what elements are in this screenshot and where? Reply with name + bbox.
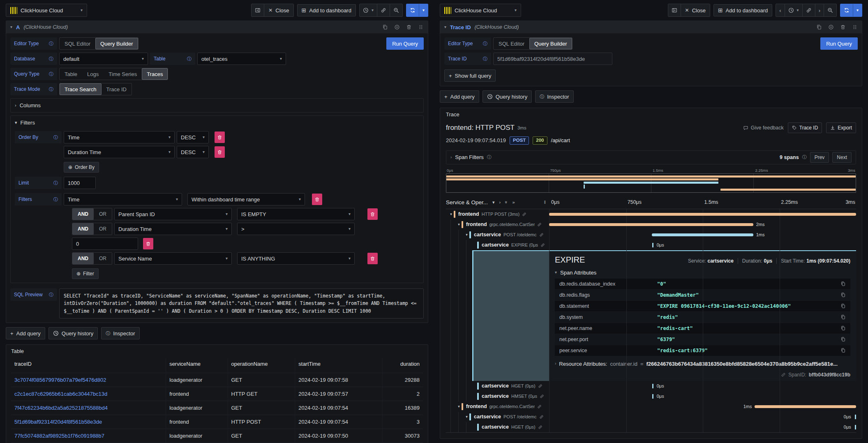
inspector-button[interactable]: ⓘInspector xyxy=(101,327,139,339)
remove-filter-button[interactable] xyxy=(367,253,378,264)
toggle-visibility-icon[interactable] xyxy=(394,24,400,30)
filter-operator-select[interactable]: >▾ xyxy=(237,223,355,235)
collapse-span-icon[interactable]: ▾ xyxy=(464,415,469,419)
duplicate-query-icon[interactable] xyxy=(382,24,388,30)
shift-time-forward-button[interactable]: › xyxy=(815,4,824,16)
span-duration-bar[interactable] xyxy=(549,213,856,216)
column-header-operationName[interactable]: operationName xyxy=(228,358,295,373)
span-name-cell[interactable]: ▾frontendgrpc.oteldemo.CartSer xyxy=(446,219,549,230)
span-tick-mark[interactable] xyxy=(652,384,653,388)
close-pane-button[interactable]: ✕Close xyxy=(681,4,710,16)
run-query-button[interactable]: Run Query xyxy=(386,37,424,50)
datasource-picker[interactable]: ClickHouse Cloud ▾ xyxy=(6,4,87,17)
span-name-cell[interactable]: ▾cartservicePOST /oteldemc xyxy=(446,230,549,240)
collapse-all-icon[interactable]: » xyxy=(504,201,509,203)
move-pane-button[interactable] xyxy=(252,4,264,16)
order-by-direction-select[interactable]: DESC▾ xyxy=(177,131,209,143)
add-query-button[interactable]: +Add query xyxy=(440,90,479,103)
bool-or[interactable]: OR xyxy=(94,253,112,264)
span-link-icon[interactable] xyxy=(538,384,542,388)
trace-id-button[interactable]: Trace ID xyxy=(788,122,822,133)
remove-order-by-button[interactable] xyxy=(215,132,225,143)
add-filter-button[interactable]: ⊕Filter xyxy=(72,268,99,279)
filter-value-input[interactable] xyxy=(72,238,138,250)
span-track[interactable]: 0μs xyxy=(549,391,856,401)
refresh-interval-button[interactable]: ▾ xyxy=(853,4,862,16)
filter-operator-select[interactable]: IS EMPTY▾ xyxy=(237,208,355,220)
service-operation-column-header[interactable]: Service & Oper... xyxy=(446,199,488,205)
collapse-query-icon[interactable]: ▾ xyxy=(444,25,446,29)
add-order-by-button[interactable]: ⊕Order By xyxy=(64,162,99,173)
order-by-field-select[interactable]: Time▾ xyxy=(64,131,175,143)
delete-query-icon[interactable] xyxy=(406,24,412,30)
span-link-icon[interactable] xyxy=(540,243,545,247)
filter-operator-select[interactable]: Within dashboard time range▾ xyxy=(187,193,305,205)
span-track[interactable]: 0μs xyxy=(549,381,856,391)
span-track[interactable]: 1ms xyxy=(549,230,856,240)
query-history-button[interactable]: Query history xyxy=(482,90,532,103)
delete-query-icon[interactable] xyxy=(840,24,846,30)
editor-type-query-builder[interactable]: Query Builder xyxy=(529,38,572,49)
add-to-dashboard-button[interactable]: ⊞Add to dashboard xyxy=(297,4,356,16)
inspector-button[interactable]: ⓘInspector xyxy=(535,90,573,103)
toggle-visibility-icon[interactable] xyxy=(828,24,834,30)
shift-time-back-button[interactable]: ‹ xyxy=(776,4,784,16)
drag-handle-icon[interactable] xyxy=(418,24,424,30)
refresh-interval-button[interactable]: ▾ xyxy=(419,4,428,16)
order-by-direction-select[interactable]: DESC▾ xyxy=(177,146,209,158)
bool-or[interactable]: OR xyxy=(94,208,112,220)
span-track[interactable]: 0μs xyxy=(549,412,856,422)
order-by-field-select[interactable]: Duration Time▾ xyxy=(64,146,175,158)
give-feedback-button[interactable]: Give feedback xyxy=(743,125,784,131)
span-link-icon[interactable] xyxy=(522,212,526,217)
editor-type-sql-editor[interactable]: SQL Editor xyxy=(60,38,95,49)
run-refresh-button[interactable] xyxy=(406,4,419,16)
span-name-cell[interactable]: ▾cartservicePOST /oteldemc xyxy=(446,412,549,422)
collapse-query-icon[interactable]: ▾ xyxy=(10,25,12,29)
run-query-button[interactable]: Run Query xyxy=(820,37,858,50)
share-link-button[interactable] xyxy=(377,4,390,16)
minimap-viewport[interactable] xyxy=(446,173,856,193)
trace-id-link[interactable]: 3c7074f085679976b07a79ef5476d802 xyxy=(11,373,166,387)
column-header-traceID[interactable]: traceID xyxy=(11,358,166,373)
trace-id-link[interactable]: c2c1ec87c62965b61cab6c30447bc13d xyxy=(11,387,166,401)
remove-filter-button[interactable] xyxy=(367,208,378,220)
span-duration-bar[interactable] xyxy=(549,223,753,226)
column-header-duration[interactable]: duration xyxy=(383,358,423,373)
collapse-span-icon[interactable]: ▾ xyxy=(456,404,462,408)
filter-field-select[interactable]: Service Name▾ xyxy=(114,252,232,265)
span-link-icon[interactable] xyxy=(537,404,542,409)
columns-section-header[interactable]: ›Columns xyxy=(15,102,419,108)
filter-field-select[interactable]: Duration Time▾ xyxy=(114,223,232,235)
add-query-button[interactable]: +Add query xyxy=(6,327,45,339)
zoom-out-button[interactable] xyxy=(824,4,836,16)
span-track[interactable]: 2ms xyxy=(549,219,856,230)
span-name-cell[interactable]: ▾frontendHTTP POST (3ms) xyxy=(446,209,549,219)
span-name-cell[interactable]: cartserviceHMSET (0μs xyxy=(446,391,549,401)
filters-section-header[interactable]: ▾Filters xyxy=(15,120,419,126)
duplicate-query-icon[interactable] xyxy=(816,24,822,30)
trace-id-link[interactable]: 7f47c62234b6bd2a5a62521875588bd4 xyxy=(11,401,166,415)
trace-id-link[interactable]: 77fc5074882af98925b1f76c091988b7 xyxy=(11,429,166,443)
span-link-icon[interactable] xyxy=(538,425,542,429)
span-name-cell[interactable]: cartserviceEXPIRE (0μs xyxy=(446,240,549,250)
query-type-time-series[interactable]: Time Series xyxy=(104,68,142,80)
remove-order-by-button[interactable] xyxy=(215,146,225,158)
filter-field-select[interactable]: Time▾ xyxy=(64,193,182,205)
query-type-traces[interactable]: Traces xyxy=(142,68,168,80)
span-duration-bar[interactable] xyxy=(652,233,753,236)
share-link-button[interactable] xyxy=(802,4,815,16)
drag-handle-icon[interactable] xyxy=(852,24,858,30)
database-select[interactable]: default▾ xyxy=(59,53,148,65)
run-refresh-button[interactable] xyxy=(840,4,853,16)
datasource-picker[interactable]: ClickHouse Cloud ▾ xyxy=(440,4,521,17)
bool-and[interactable]: AND xyxy=(72,223,94,235)
span-tick-mark[interactable] xyxy=(855,415,856,419)
span-track[interactable]: 1ms xyxy=(549,401,856,412)
span-name-cell[interactable]: ▾frontendgrpc.oteldemo.CartSer xyxy=(446,401,549,412)
time-range-button[interactable]: ▾ xyxy=(785,4,802,16)
close-pane-button[interactable]: ✕Close xyxy=(264,4,293,16)
span-tick-mark[interactable] xyxy=(652,394,653,399)
span-link-icon[interactable] xyxy=(537,222,542,227)
limit-input[interactable] xyxy=(64,177,96,189)
